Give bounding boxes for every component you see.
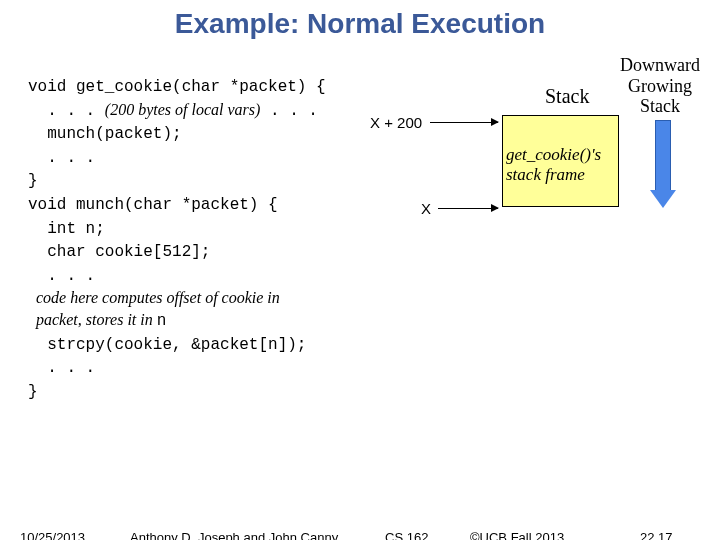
code-comment: packet, stores it in <box>28 311 157 328</box>
code-line: int n; <box>28 220 105 238</box>
dgs-line: Downward <box>620 55 700 76</box>
code-line: . . . <box>28 149 95 167</box>
code-line: . . . <box>260 102 318 120</box>
frame-line: get_cookie()'s <box>506 145 601 165</box>
code-line: void get_cookie(char *packet) { <box>28 78 326 96</box>
code-var: n <box>157 312 167 330</box>
code-line: } <box>28 383 38 401</box>
footer-copyright: ©UCB Fall 2013 <box>470 530 564 540</box>
code-line: char cookie[512]; <box>28 243 210 261</box>
footer-date: 10/25/2013 <box>20 530 85 540</box>
footer-page: 22.17 <box>640 530 673 540</box>
footer-course: CS 162 <box>385 530 428 540</box>
code-block: void get_cookie(char *packet) { . . . (2… <box>28 75 326 403</box>
slide-title: Example: Normal Execution <box>0 0 720 40</box>
x-plus-200-label: X + 200 <box>370 114 422 131</box>
downward-arrow-head <box>650 190 676 208</box>
dgs-line: Growing <box>620 76 700 97</box>
frame-line: stack frame <box>506 165 601 185</box>
code-line: void munch(char *packet) { <box>28 196 278 214</box>
code-line: strcpy(cookie, &packet[n]); <box>28 336 306 354</box>
downward-arrow-body <box>655 120 671 192</box>
code-comment: code here computes offset of cookie in <box>28 289 280 306</box>
dgs-line: Stack <box>620 96 700 117</box>
stack-frame-text: get_cookie()'s stack frame <box>506 145 601 184</box>
downward-growing-stack-label: Downward Growing Stack <box>620 55 700 117</box>
arrow-x200 <box>430 122 498 123</box>
code-line: . . . <box>28 267 95 285</box>
arrow-x <box>438 208 498 209</box>
code-line: . . . <box>28 359 95 377</box>
stack-label: Stack <box>545 85 589 108</box>
x-label: X <box>421 200 431 217</box>
code-line: } <box>28 172 38 190</box>
code-line: munch(packet); <box>28 125 182 143</box>
code-comment: (200 bytes of local vars) <box>105 101 261 118</box>
code-line: . . . <box>28 102 105 120</box>
footer-authors: Anthony D. Joseph and John Canny <box>130 530 338 540</box>
